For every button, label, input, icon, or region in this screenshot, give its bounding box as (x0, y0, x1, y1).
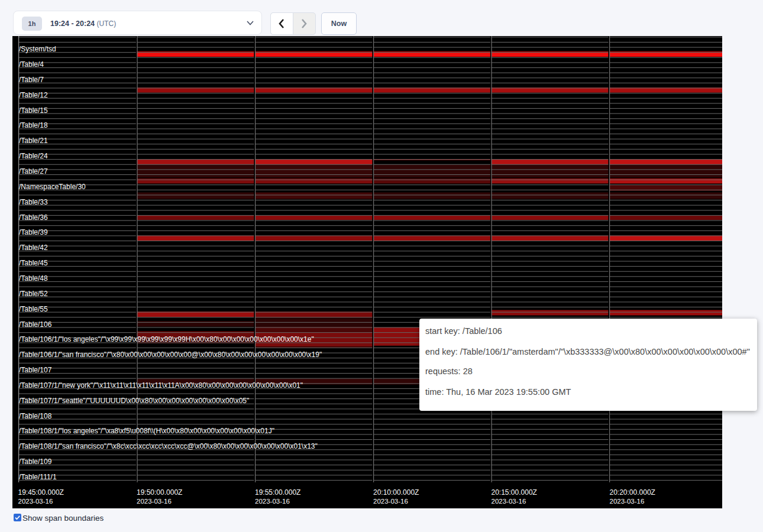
svg-text:/Table/108: /Table/108 (19, 412, 52, 420)
svg-text:/Table/107/1/"seattle"/"UUUUUU: /Table/107/1/"seattle"/"UUUUUUD\x00\x80\… (19, 397, 249, 405)
svg-text:2023-03-16: 2023-03-16 (18, 498, 53, 505)
svg-text:/Table/111/1: /Table/111/1 (19, 473, 57, 481)
svg-text:/Table/108/1/"los angeles"/"\x: /Table/108/1/"los angeles"/"\xa8\xf5\u00… (19, 427, 274, 435)
svg-text:/Table/7: /Table/7 (19, 76, 44, 84)
svg-text:/Table/4: /Table/4 (19, 60, 44, 69)
svg-text:/NamespaceTable/30: /NamespaceTable/30 (19, 183, 86, 191)
svg-text:20:15:00.000Z: 20:15:00.000Z (492, 488, 537, 497)
svg-text:/Table/42: /Table/42 (19, 244, 48, 252)
svg-text:/Table/109: /Table/109 (19, 458, 52, 466)
svg-text:/Table/106/1/"los angeles"/"\x: /Table/106/1/"los angeles"/"\x99\x99\x99… (19, 335, 314, 343)
svg-text:2023-03-16: 2023-03-16 (137, 498, 172, 505)
svg-text:/Table/52: /Table/52 (19, 290, 48, 298)
svg-text:/Table/107: /Table/107 (19, 366, 52, 374)
svg-text:/Table/45: /Table/45 (19, 259, 48, 267)
svg-text:/Table/15: /Table/15 (19, 106, 48, 115)
svg-text:/Table/55: /Table/55 (19, 305, 48, 313)
svg-text:/Table/106: /Table/106 (19, 320, 52, 329)
svg-text:/Table/21: /Table/21 (19, 137, 48, 145)
svg-text:/Table/107/1/"new york"/"\x11\: /Table/107/1/"new york"/"\x11\x11\x11\x1… (19, 381, 303, 390)
svg-text:/Table/48: /Table/48 (19, 274, 48, 283)
svg-text:/Table/106/1/"san francisco"/": /Table/106/1/"san francisco"/"\x80\x00\x… (19, 351, 322, 359)
svg-text:/Table/18: /Table/18 (19, 121, 48, 129)
svg-text:/System/tsd: /System/tsd (19, 45, 56, 53)
svg-text:/Table/39: /Table/39 (19, 228, 48, 236)
svg-text:19:45:00.000Z: 19:45:00.000Z (18, 488, 64, 497)
svg-text:20:10:00.000Z: 20:10:00.000Z (373, 488, 419, 497)
svg-text:19:50:00.000Z: 19:50:00.000Z (137, 488, 182, 497)
svg-text:/Table/108/1/"san francisco"/": /Table/108/1/"san francisco"/"\x8c\xcc\x… (19, 442, 318, 450)
svg-text:2023-03-16: 2023-03-16 (255, 498, 290, 505)
svg-text:19:55:00.000Z: 19:55:00.000Z (255, 488, 300, 497)
svg-text:2023-03-16: 2023-03-16 (373, 498, 408, 505)
svg-text:/Table/36: /Table/36 (19, 213, 48, 222)
svg-text:2023-03-16: 2023-03-16 (492, 498, 526, 505)
svg-text:/Table/33: /Table/33 (19, 198, 48, 206)
svg-text:/Table/27: /Table/27 (19, 167, 48, 176)
svg-text:/Table/24: /Table/24 (19, 152, 48, 160)
svg-text:/Table/12: /Table/12 (19, 91, 48, 99)
svg-text:20:20:00.000Z: 20:20:00.000Z (610, 488, 655, 497)
svg-text:2023-03-16: 2023-03-16 (610, 498, 645, 505)
